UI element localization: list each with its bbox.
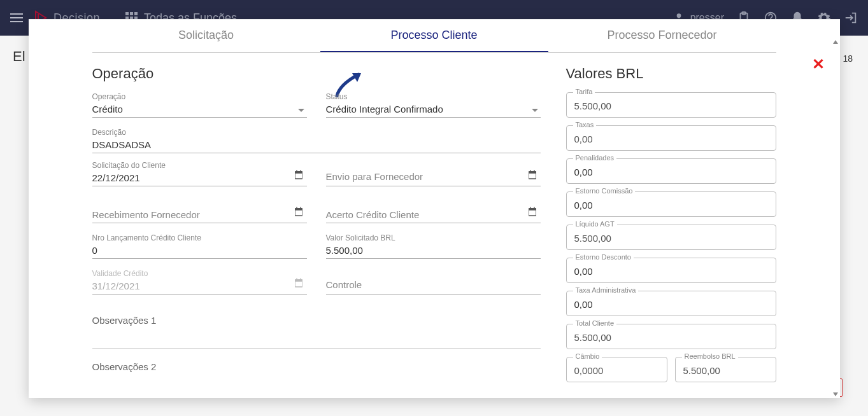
field-nro-lancamento[interactable]: Nro Lançamento Crédito Cliente 0 xyxy=(92,233,307,259)
field-estorno-comissao[interactable]: Estorno Comissão 0,00 xyxy=(566,191,776,217)
tab-solicitacao[interactable]: Solicitação xyxy=(92,20,320,52)
label: Total Cliente xyxy=(573,319,617,327)
scroll-down-icon[interactable] xyxy=(833,392,838,396)
value: 0,00 xyxy=(574,266,593,277)
label: Descrição xyxy=(92,128,541,137)
close-icon[interactable]: ✕ xyxy=(812,55,825,73)
label: Reembolso BRL xyxy=(682,352,738,360)
calendar-icon[interactable] xyxy=(293,169,304,181)
value: Crédito Integral Confirmado xyxy=(326,102,541,117)
label: Taxas xyxy=(573,121,597,128)
field-solicitacao-cliente[interactable]: Solicitação do Cliente 22/12/2021 xyxy=(92,161,307,186)
field-tarifa: Tarifa 5.500,00 xyxy=(566,92,776,118)
scrollbar[interactable] xyxy=(832,40,839,396)
field-valor-solicitado[interactable]: Valor Solicitado BRL 5.500,00 xyxy=(326,233,541,259)
tab-processo-fornecedor[interactable]: Processo Fornecedor xyxy=(548,20,776,52)
label: Observações 1 xyxy=(92,315,157,326)
label: Penalidades xyxy=(573,154,617,162)
label: Solicitação do Cliente xyxy=(92,161,307,170)
value: 22/12/2021 xyxy=(92,171,307,186)
value: DSADSADSA xyxy=(92,138,541,153)
label: Tarifa xyxy=(573,88,595,95)
label: Operação xyxy=(92,92,307,101)
placeholder: Acerto Crédito Cliente xyxy=(326,208,541,223)
value: 0 xyxy=(92,244,307,258)
operacao-title: Operação xyxy=(92,66,541,82)
calendar-icon[interactable] xyxy=(293,206,304,218)
field-operacao[interactable]: Operação Crédito xyxy=(92,92,307,118)
label: Nro Lançamento Crédito Cliente xyxy=(92,233,307,242)
label: Taxa Administrativa xyxy=(573,286,639,294)
field-acerto-credito[interactable]: Acerto Crédito Cliente xyxy=(326,199,541,223)
label: Líquido AGT xyxy=(573,220,617,228)
field-envio-fornecedor[interactable]: Envio para Fornecedor xyxy=(326,161,541,186)
label: Validade Crédito xyxy=(92,269,307,278)
value: 0,00 xyxy=(574,200,593,211)
modal-overlay: Solicitação Processo Cliente Processo Fo… xyxy=(0,0,868,416)
operacao-section: Operação Operação Crédito Status Crédito… xyxy=(92,66,541,390)
label: Estorno Desconto xyxy=(573,253,634,261)
field-descricao[interactable]: Descrição DSADSADSA xyxy=(92,128,541,153)
tab-processo-cliente[interactable]: Processo Cliente xyxy=(320,20,548,52)
value: 0,00 xyxy=(574,167,593,177)
placeholder: Controle xyxy=(326,278,541,293)
valores-section: Valores BRL Tarifa 5.500,00 Taxas 0,00 P… xyxy=(566,66,776,390)
label: Estorno Comissão xyxy=(573,187,636,195)
value: 0,00 xyxy=(574,134,593,144)
field-estorno-desconto[interactable]: Estorno Desconto 0,00 xyxy=(566,258,776,283)
label: Valor Solicitado BRL xyxy=(326,233,541,242)
calendar-icon[interactable] xyxy=(527,206,538,218)
field-total-cliente: Total Cliente 5.500,00 xyxy=(566,324,776,349)
value: 5.500,00 xyxy=(574,233,611,244)
placeholder: Recebimento Fornecedor xyxy=(92,208,307,223)
value: 31/12/2021 xyxy=(92,279,307,294)
value: 5.500,00 xyxy=(574,101,611,111)
field-controle[interactable]: Controle xyxy=(326,269,541,295)
modal-content: Operação Operação Crédito Status Crédito… xyxy=(29,53,840,390)
modal-tabs: Solicitação Processo Cliente Processo Fo… xyxy=(92,20,776,53)
field-validade-credito: Validade Crédito 31/12/2021 xyxy=(92,269,307,295)
value: 5.500,00 xyxy=(326,244,541,258)
field-reembolso: Reembolso BRL 5.500,00 xyxy=(675,357,776,382)
field-status[interactable]: Status Crédito Integral Confirmado xyxy=(326,92,541,118)
valores-title: Valores BRL xyxy=(566,66,776,82)
field-recebimento-fornecedor[interactable]: Recebimento Fornecedor xyxy=(92,199,307,223)
field-obs2[interactable]: Observações 2 xyxy=(92,361,541,373)
scroll-up-icon[interactable] xyxy=(833,40,838,44)
value: 0,00 xyxy=(574,299,593,310)
value: Crédito xyxy=(92,102,307,117)
label: Observações 2 xyxy=(92,361,157,372)
label: Status xyxy=(326,92,541,101)
field-liquido-agt: Líquido AGT 5.500,00 xyxy=(566,225,776,250)
value: 5.500,00 xyxy=(683,365,720,376)
chevron-down-icon xyxy=(298,109,304,112)
field-taxa-admin[interactable]: Taxa Administrativa 0,00 xyxy=(566,291,776,316)
placeholder: Envio para Fornecedor xyxy=(326,170,541,184)
field-taxas: Taxas 0,00 xyxy=(566,125,776,151)
field-penalidades[interactable]: Penalidades 0,00 xyxy=(566,158,776,184)
modal: Solicitação Processo Cliente Processo Fo… xyxy=(29,19,840,398)
field-obs1[interactable]: Observações 1 xyxy=(92,315,541,349)
value: 5.500,00 xyxy=(574,332,611,343)
label: Câmbio xyxy=(573,352,602,360)
calendar-icon[interactable] xyxy=(527,169,538,181)
value: 0,0000 xyxy=(574,365,604,376)
field-cambio: Câmbio 0,0000 xyxy=(566,357,667,382)
calendar-icon xyxy=(293,277,304,289)
chevron-down-icon xyxy=(532,109,538,112)
